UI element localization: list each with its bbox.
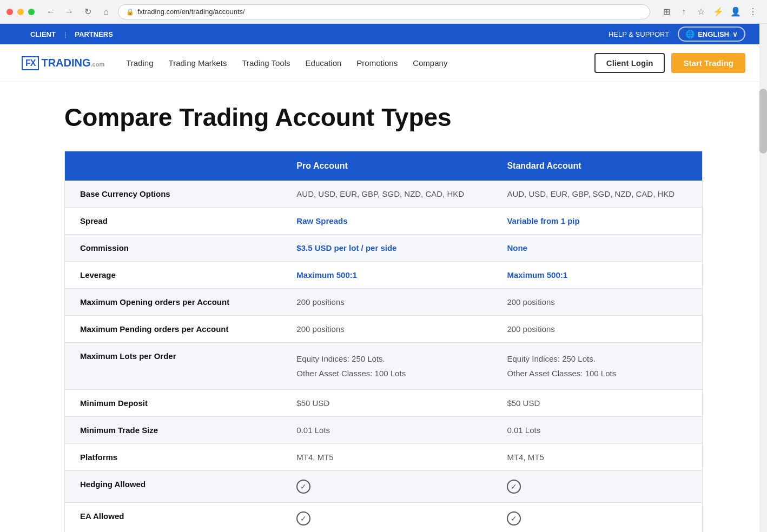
multiline-text: Equity Indices: 250 Lots.	[296, 354, 385, 363]
url-text: fxtrading.com/en/trading/accounts/	[137, 8, 245, 16]
logo-trading: TRADING.com	[41, 57, 104, 69]
bookmark-icon[interactable]: ☆	[693, 4, 709, 19]
row-label: Base Currency Options	[65, 181, 282, 208]
profile-icon[interactable]: 👤	[728, 4, 743, 19]
col-header-empty	[65, 151, 282, 181]
nav-trading-tools[interactable]: Trading Tools	[242, 58, 290, 68]
browser-minimize-btn[interactable]	[17, 9, 24, 15]
browser-icons: ⊞ ↑ ☆ ⚡ 👤 ⋮	[659, 4, 761, 19]
menu-icon[interactable]: ⋮	[745, 4, 761, 19]
comparison-table: Pro Account Standard Account Base Curren…	[64, 151, 703, 532]
blue-value: Maximum 500:1	[296, 270, 357, 280]
row-label: Platforms	[65, 443, 282, 470]
lang-label: ENGLISH	[698, 30, 729, 38]
browser-home-btn[interactable]: ⌂	[98, 4, 114, 19]
language-selector[interactable]: 🌐 ENGLISH ∨	[678, 26, 745, 42]
browser-back-btn[interactable]: ←	[43, 4, 58, 19]
check-icon: ✓	[507, 511, 521, 526]
row-pro-value: MT4, MT5	[281, 443, 492, 470]
address-bar[interactable]: 🔒 fxtrading.com/en/trading/accounts/	[118, 4, 650, 19]
browser-close-btn[interactable]	[6, 9, 13, 15]
row-standard-value: 200 positions	[492, 288, 702, 315]
help-support-link[interactable]: HELP & SUPPORT	[609, 30, 669, 38]
row-pro-value: Equity Indices: 250 Lots.Other Asset Cla…	[281, 342, 492, 389]
row-label: Minimum Deposit	[65, 389, 282, 416]
lock-icon: 🔒	[126, 8, 134, 16]
row-standard-value: AUD, USD, EUR, GBP, SGD, NZD, CAD, HKD	[492, 181, 702, 208]
row-standard-value: $50 USD	[492, 389, 702, 416]
row-label: Maximum Opening orders per Account	[65, 288, 282, 315]
blue-value: Raw Spreads	[296, 216, 347, 225]
table-row: SpreadRaw SpreadsVariable from 1 pip	[65, 207, 703, 234]
table-row: Maximum Opening orders per Account200 po…	[65, 288, 703, 315]
globe-icon: 🌐	[685, 30, 695, 38]
scrollbar[interactable]	[759, 24, 767, 532]
row-pro-value: 0.01 Lots	[281, 416, 492, 443]
blue-value: Variable from 1 pip	[507, 216, 579, 225]
nav-bar: FX TRADING.com Trading Trading Markets T…	[0, 44, 767, 82]
table-row: Maximum Lots per OrderEquity Indices: 25…	[65, 342, 703, 389]
share-icon[interactable]: ↑	[676, 4, 691, 19]
row-pro-value: 200 positions	[281, 315, 492, 342]
screenshot-icon[interactable]: ⊞	[659, 4, 674, 19]
nav-links: Trading Trading Markets Trading Tools Ed…	[126, 58, 594, 68]
row-standard-value: 200 positions	[492, 315, 702, 342]
table-row: Maximum Pending orders per Account200 po…	[65, 315, 703, 342]
browser-maximize-btn[interactable]	[28, 9, 35, 15]
check-icon: ✓	[296, 511, 310, 526]
multiline-text: Other Asset Classes: 100 Lots	[296, 369, 406, 378]
logo[interactable]: FX TRADING.com	[22, 56, 104, 70]
multiline-text: Equity Indices: 250 Lots.	[507, 354, 595, 363]
blue-value: Maximum 500:1	[507, 270, 567, 280]
nav-company[interactable]: Company	[413, 58, 447, 68]
client-link[interactable]: CLIENT	[22, 30, 64, 38]
top-bar-left: CLIENT | PARTNERS	[22, 30, 122, 38]
row-label: Minimum Trade Size	[65, 416, 282, 443]
table-row: Minimum Deposit$50 USD$50 USD	[65, 389, 703, 416]
start-trading-button[interactable]: Start Trading	[671, 53, 745, 73]
client-login-button[interactable]: Client Login	[594, 53, 665, 73]
table-row: PlatformsMT4, MT5MT4, MT5	[65, 443, 703, 470]
partners-link[interactable]: PARTNERS	[66, 30, 122, 38]
multiline-text: Other Asset Classes: 100 Lots	[507, 369, 616, 378]
row-label: Commission	[65, 234, 282, 261]
row-standard-value: ✓	[492, 502, 702, 532]
browser-forward-btn[interactable]: →	[62, 4, 77, 19]
row-label: Hedging Allowed	[65, 470, 282, 502]
table-header-row: Pro Account Standard Account	[65, 151, 703, 181]
table-row: Hedging Allowed✓✓	[65, 470, 703, 502]
row-standard-value: MT4, MT5	[492, 443, 702, 470]
nav-trading[interactable]: Trading	[126, 58, 153, 68]
nav-education[interactable]: Education	[306, 58, 342, 68]
check-icon: ✓	[296, 480, 310, 494]
extension-icon[interactable]: ⚡	[711, 4, 726, 19]
browser-refresh-btn[interactable]: ↻	[80, 4, 95, 19]
scrollbar-thumb[interactable]	[759, 89, 767, 154]
nav-trading-markets[interactable]: Trading Markets	[169, 58, 227, 68]
nav-actions: Client Login Start Trading	[594, 53, 745, 73]
row-pro-value: $50 USD	[281, 389, 492, 416]
row-pro-value: ✓	[281, 470, 492, 502]
row-standard-value: None	[492, 234, 702, 261]
nav-promotions[interactable]: Promotions	[356, 58, 398, 68]
row-standard-value: ✓	[492, 470, 702, 502]
blue-value: None	[507, 243, 527, 252]
page-title: Compare Trading Account Types	[64, 104, 703, 131]
row-label: Leverage	[65, 261, 282, 288]
row-label: EA Allowed	[65, 502, 282, 532]
table-row: Minimum Trade Size0.01 Lots0.01 Lots	[65, 416, 703, 443]
table-row: LeverageMaximum 500:1Maximum 500:1	[65, 261, 703, 288]
table-row: Base Currency OptionsAUD, USD, EUR, GBP,…	[65, 181, 703, 208]
check-icon: ✓	[507, 480, 521, 494]
blue-value: $3.5 USD per lot / per side	[296, 243, 396, 252]
logo-fx: FX	[22, 56, 39, 70]
col-header-standard: Standard Account	[492, 151, 702, 181]
row-pro-value: Maximum 500:1	[281, 261, 492, 288]
row-standard-value: Maximum 500:1	[492, 261, 702, 288]
row-label: Spread	[65, 207, 282, 234]
row-pro-value: Raw Spreads	[281, 207, 492, 234]
row-standard-value: Variable from 1 pip	[492, 207, 702, 234]
top-bar: CLIENT | PARTNERS HELP & SUPPORT 🌐 ENGLI…	[0, 24, 767, 44]
col-header-pro: Pro Account	[281, 151, 492, 181]
main-content: Compare Trading Account Types Pro Accoun…	[32, 82, 735, 532]
